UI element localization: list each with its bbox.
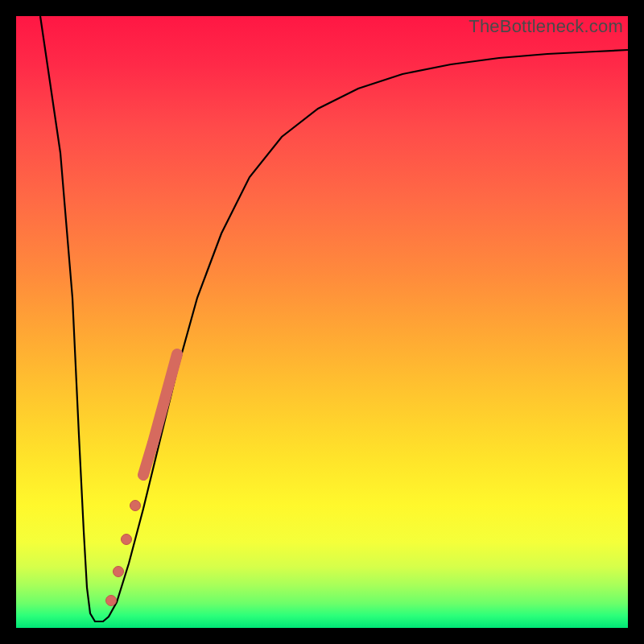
chart-frame: TheBottleneck.com: [0, 0, 644, 644]
marker-thick-segment: [143, 354, 177, 475]
marker-dot: [106, 596, 117, 606]
marker-dot: [122, 535, 132, 545]
marker-dot: [130, 501, 141, 511]
plot-area: TheBottleneck.com: [16, 16, 628, 628]
marker-dot: [114, 567, 124, 577]
bottleneck-curve: [40, 16, 628, 621]
curve-layer: [16, 16, 628, 628]
